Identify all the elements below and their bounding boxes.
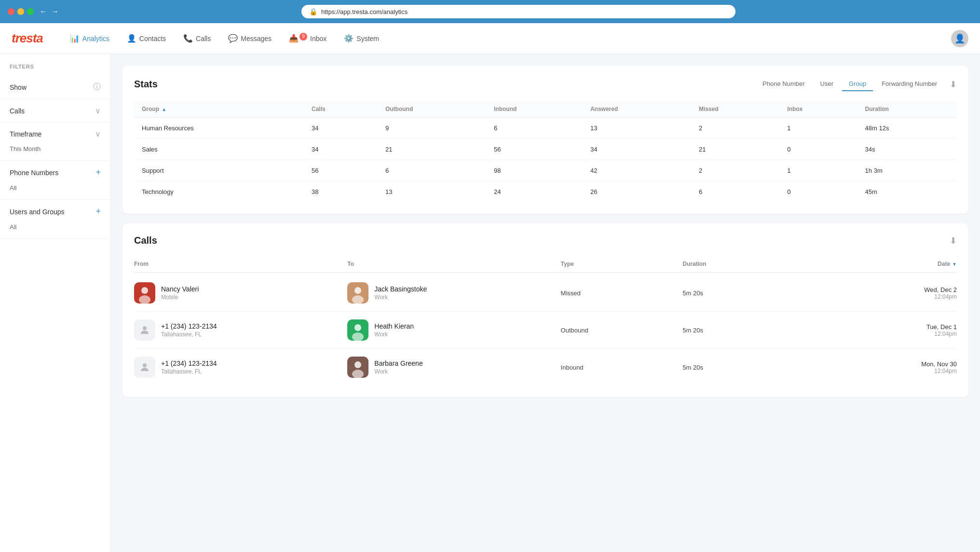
calls-icon: 📞 (183, 34, 193, 43)
phone-numbers-filter-title: Phone Numbers (10, 169, 58, 177)
to-details: Barbara Greene Work (374, 359, 422, 375)
from-details: +1 (234) 123-2134 Tallahassee, FL (161, 322, 217, 338)
nav-system[interactable]: ⚙️ System (336, 30, 387, 47)
cell-missed: 2 (691, 118, 779, 139)
nav-messages[interactable]: 💬 Messages (220, 30, 279, 47)
stats-download-icon[interactable]: ⬇ (950, 79, 957, 90)
phone-numbers-filter-header[interactable]: Phone Numbers + (0, 163, 110, 182)
analytics-icon: 📊 (70, 34, 80, 43)
calls-col-type: Type (561, 261, 683, 267)
from-avatar (134, 282, 155, 304)
call-type: Inbound (561, 364, 683, 371)
cell-outbound: 9 (378, 118, 486, 139)
from-details: Nancy Valeri Mobile (161, 285, 199, 301)
col-group[interactable]: Group ▲ (134, 101, 304, 118)
calls-download-icon[interactable]: ⬇ (950, 235, 957, 246)
nav-system-label: System (356, 35, 379, 42)
calls-rows: Nancy Valeri Mobile Jack Basingstoke Wor… (134, 275, 957, 386)
call-date-time: 12:04pm (804, 331, 957, 337)
nav-inbox[interactable]: 📥 9 Inbox (281, 30, 334, 47)
to-name: Jack Basingstoke (374, 285, 427, 293)
cell-outbound: 6 (378, 160, 486, 181)
tab-phone-number[interactable]: Phone Number (756, 77, 811, 91)
stats-header: Stats Phone Number User Group Forwarding… (134, 77, 957, 91)
col-inbox[interactable]: Inbox (779, 101, 857, 118)
nav-analytics[interactable]: 📊 Analytics (62, 30, 117, 47)
users-groups-value: All (0, 221, 110, 236)
svg-point-1 (141, 287, 148, 294)
timeframe-chevron-icon: ∨ (95, 129, 101, 138)
calls-title: Calls (134, 235, 157, 246)
contacts-icon: 👤 (127, 34, 136, 43)
back-arrow[interactable]: ← (40, 7, 47, 16)
call-row: +1 (234) 123-2134 Tallahassee, FL Heath … (134, 312, 957, 349)
col-duration[interactable]: Duration (858, 101, 957, 118)
col-outbound[interactable]: Outbound (378, 101, 486, 118)
address-bar[interactable]: 🔒 https://app.tresta.com/analytics (301, 5, 735, 18)
cell-outbound: 13 (378, 181, 486, 203)
nav-contacts[interactable]: 👤 Contacts (119, 30, 174, 47)
call-type: Outbound (561, 327, 683, 334)
col-calls[interactable]: Calls (304, 101, 378, 118)
cell-calls: 56 (304, 160, 378, 181)
forward-arrow[interactable]: → (51, 7, 59, 16)
nav-calls[interactable]: 📞 Calls (176, 30, 218, 47)
minimize-button[interactable] (17, 8, 24, 15)
show-info-icon: ⓘ (93, 82, 101, 92)
from-sub: Tallahassee, FL (161, 368, 217, 375)
from-avatar (134, 319, 155, 341)
show-filter: Show ⓘ (0, 75, 110, 99)
call-duration: 5m 20s (682, 327, 804, 334)
call-type: Missed (561, 290, 683, 297)
show-filter-title: Show (10, 83, 27, 91)
call-row: Nancy Valeri Mobile Jack Basingstoke Wor… (134, 275, 957, 312)
calls-filter-header[interactable]: Calls ∨ (0, 101, 110, 120)
main-layout: FILTERS Show ⓘ Calls ∨ Timeframe ∨ This (0, 54, 980, 552)
to-avatar (347, 319, 368, 341)
cell-inbound: 56 (486, 139, 583, 160)
call-to: Jack Basingstoke Work (347, 282, 560, 304)
call-row: +1 (234) 123-2134 Tallahassee, FL Barbar… (134, 349, 957, 386)
show-filter-header[interactable]: Show ⓘ (0, 77, 110, 97)
url-text: https://app.tresta.com/analytics (321, 8, 408, 15)
to-sub: Work (374, 294, 427, 301)
col-missed[interactable]: Missed (691, 101, 779, 118)
table-row: Support 56 6 98 42 2 1 1h 3m (134, 160, 957, 181)
call-duration: 5m 20s (682, 290, 804, 297)
cell-answered: 42 (583, 160, 691, 181)
nav-analytics-label: Analytics (82, 35, 109, 42)
tab-forwarding-number[interactable]: Forwarding Number (875, 77, 944, 91)
calls-col-date: Date ▼ (804, 261, 957, 267)
to-details: Jack Basingstoke Work (374, 285, 427, 301)
cell-inbound: 98 (486, 160, 583, 181)
close-button[interactable] (8, 8, 14, 15)
cell-outbound: 21 (378, 139, 486, 160)
inbox-icon: 📥 (289, 34, 299, 43)
col-answered[interactable]: Answered (583, 101, 691, 118)
from-sub: Mobile (161, 294, 199, 301)
to-avatar (347, 282, 368, 304)
call-duration: 5m 20s (682, 364, 804, 371)
from-name: +1 (234) 123-2134 (161, 322, 217, 330)
cell-answered: 13 (583, 118, 691, 139)
phone-numbers-value: All (0, 182, 110, 197)
calls-col-from: From (134, 261, 347, 267)
timeframe-filter-header[interactable]: Timeframe ∨ (0, 124, 110, 143)
cell-answered: 26 (583, 181, 691, 203)
call-date: Mon, Nov 30 12:04pm (804, 360, 957, 374)
user-avatar[interactable]: 👤 (951, 30, 968, 47)
date-sort-arrow: ▼ (952, 262, 957, 267)
col-inbound[interactable]: Inbound (486, 101, 583, 118)
users-groups-filter-title: Users and Groups (10, 208, 65, 216)
cell-group: Support (134, 160, 304, 181)
browser-chrome: ← → 🔒 https://app.tresta.com/analytics (0, 0, 980, 23)
tab-group[interactable]: Group (842, 77, 873, 91)
phone-numbers-add-icon[interactable]: + (95, 167, 101, 178)
maximize-button[interactable] (27, 8, 34, 15)
call-date-main: Mon, Nov 30 (804, 360, 957, 368)
from-avatar (134, 357, 155, 378)
to-details: Heath Kieran Work (374, 322, 414, 338)
users-groups-filter-header[interactable]: Users and Groups + (0, 202, 110, 221)
users-groups-add-icon[interactable]: + (95, 207, 101, 217)
tab-user[interactable]: User (814, 77, 840, 91)
